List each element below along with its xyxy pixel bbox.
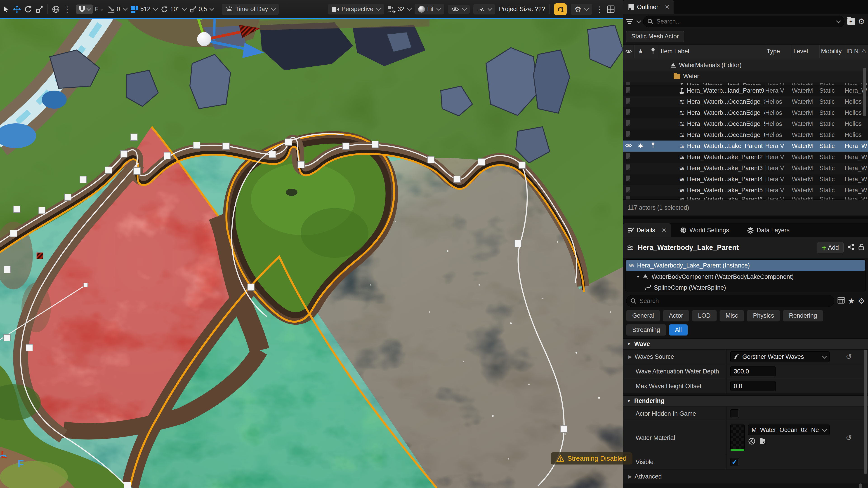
unlock-icon[interactable]: [859, 243, 864, 252]
column-type[interactable]: Type: [765, 45, 792, 58]
water-material-dropdown[interactable]: M_Water_Ocean_02_NewM: [748, 424, 830, 435]
outliner-row[interactable]: ≋Hera_Waterb...OceanEdge_3HeliosWaterMSt…: [623, 96, 868, 107]
outliner-row[interactable]: ≋Hera_Waterb...OceanEdge_5HeliosWaterMSt…: [623, 119, 868, 129]
browse-components-icon[interactable]: [847, 243, 855, 252]
time-of-day-button[interactable]: Time of Day: [222, 4, 279, 15]
material-thumbnail[interactable]: [730, 424, 745, 451]
tab-outliner[interactable]: Outliner ✕: [623, 0, 674, 14]
pin-icon[interactable]: [651, 142, 655, 149]
settings-button[interactable]: ⚙: [571, 4, 592, 15]
outliner-search-input[interactable]: [656, 18, 833, 25]
actor-hidden-checkbox[interactable]: [730, 410, 739, 418]
add-component-button[interactable]: +Add: [817, 242, 844, 253]
component-tree-scrollbar[interactable]: [859, 484, 862, 488]
outliner-row[interactable]: ≋Hera_Waterb...ake_Parent5Hera VWaterMSt…: [623, 185, 868, 196]
outliner-row[interactable]: ≋Hera_Waterb...ake_Parent3Hera VWaterMSt…: [623, 163, 868, 174]
component-row[interactable]: ≋Hera_Waterbody_Lake_Parent (Instance): [626, 260, 865, 271]
column-mobility[interactable]: Mobility: [819, 45, 845, 58]
gear-icon[interactable]: ⚙: [858, 17, 865, 26]
surface-snap-control[interactable]: 0: [107, 5, 127, 13]
close-icon[interactable]: ✕: [665, 4, 670, 11]
rotation-snap-control[interactable]: 10°: [161, 5, 186, 13]
display-filter-icon[interactable]: [837, 297, 845, 305]
gear-icon[interactable]: ⚙: [858, 296, 865, 305]
category-chip-lod[interactable]: LOD: [692, 310, 717, 322]
outliner-level-row[interactable]: WaterMaterials (Editor): [623, 60, 868, 71]
details-search-input[interactable]: [639, 297, 830, 305]
category-chip-misc[interactable]: Misc: [719, 310, 744, 322]
more-options-dots-icon[interactable]: ⋮: [594, 4, 604, 14]
outliner-row[interactable]: ≋Hera_Waterb...ake_Parent6Hera VWaterMSt…: [623, 196, 868, 199]
rotate-tool-button[interactable]: [23, 4, 33, 14]
outliner-row[interactable]: Hera_Waterb...land_ParentHera VWaterMSta…: [623, 82, 868, 85]
category-chip-physics[interactable]: Physics: [747, 310, 780, 322]
tool-options-dots-icon[interactable]: ⋮: [62, 4, 72, 14]
category-chip-streaming[interactable]: Streaming: [626, 324, 666, 336]
world-coordinate-icon[interactable]: [51, 4, 61, 14]
show-flags-button[interactable]: [448, 5, 470, 14]
outliner-row[interactable]: ≋Hera_Waterb...ake_Parent4Hera VWaterMSt…: [623, 174, 868, 185]
filter-icon[interactable]: [626, 19, 633, 24]
tangent-handle[interactable]: [84, 283, 88, 287]
level-viewport[interactable]: L F: [0, 18, 623, 488]
collapse-triangle-icon[interactable]: ▼: [636, 275, 640, 279]
outliner-row[interactable]: Hera_Waterb...land_Parent9Hera VWaterMSt…: [623, 85, 868, 96]
section-wave[interactable]: ▼Wave: [623, 338, 868, 350]
view-mode-button[interactable]: Lit: [414, 4, 444, 14]
tab-world-settings[interactable]: World Settings: [675, 223, 734, 237]
select-tool-button[interactable]: [0, 4, 11, 14]
snap-toggle-button[interactable]: [76, 4, 93, 14]
reset-to-default-icon[interactable]: ↺: [830, 352, 868, 361]
camera-mode-button[interactable]: Perspective: [328, 4, 384, 14]
max-wave-height-input[interactable]: 0,0: [730, 381, 776, 391]
column-level[interactable]: Level: [792, 45, 819, 58]
reset-to-default-icon[interactable]: ↺: [830, 433, 868, 442]
column-item-label[interactable]: Item Label: [659, 45, 765, 58]
details-scrollbar[interactable]: [864, 350, 867, 474]
chevron-down-icon[interactable]: [836, 19, 841, 23]
visible-checkbox[interactable]: [730, 458, 739, 466]
scale-tool-button[interactable]: [34, 4, 45, 14]
column-id-name[interactable]: ID Name⚠: [845, 45, 868, 58]
pin-column-icon[interactable]: [647, 45, 659, 58]
tab-data-layers[interactable]: Data Layers: [743, 223, 794, 237]
category-chip-rendering[interactable]: Rendering: [783, 310, 823, 322]
visibility-column-icon[interactable]: [623, 45, 634, 58]
outliner-search[interactable]: [643, 15, 844, 27]
tab-details[interactable]: Details ✕: [623, 223, 671, 237]
category-chip-actor[interactable]: Actor: [663, 310, 689, 322]
favorites-icon[interactable]: ★: [848, 296, 855, 305]
filter-chip-static-mesh-actor[interactable]: Static Mesh Actor: [626, 31, 684, 42]
outliner-row[interactable]: ≋Hera_Waterb...OceanEdge_6HeliosWaterMSt…: [623, 129, 868, 140]
surface-snap-offset-icon[interactable]: F⌄: [95, 6, 104, 13]
component-row[interactable]: SplineComp (WaterSpline): [625, 282, 866, 291]
browse-to-asset-icon[interactable]: [760, 438, 767, 446]
outliner-row[interactable]: ≋Hera_Waterb...OceanEdge_4HeliosWaterMSt…: [623, 107, 868, 119]
category-chip-all[interactable]: All: [669, 324, 688, 336]
add-folder-icon[interactable]: +: [847, 18, 855, 25]
scale-snap-control[interactable]: 0,5: [190, 6, 214, 13]
favorite-column-icon[interactable]: ★: [634, 45, 647, 58]
eye-icon[interactable]: [625, 143, 632, 148]
selected-spline-point[interactable]: [36, 252, 43, 259]
performance-button[interactable]: [473, 4, 495, 14]
close-icon[interactable]: ✕: [662, 227, 666, 234]
component-row[interactable]: ▼≈WaterBodyComponent (WaterBodyLakeCompo…: [625, 271, 866, 282]
wave-attenuation-input[interactable]: 300,0: [730, 366, 776, 377]
section-rendering[interactable]: ▼Rendering: [623, 395, 868, 406]
panel-splitter[interactable]: [623, 216, 868, 219]
outliner-row-selected[interactable]: ✱≋Hera_Waterb...Lake_ParentHera VWaterMS…: [623, 140, 868, 152]
move-tool-button[interactable]: [12, 4, 22, 14]
outliner-scrollbar[interactable]: [863, 68, 866, 116]
outliner-row[interactable]: ≋Hera_Waterb...ake_Parent2Hera VWaterMSt…: [623, 152, 868, 163]
outliner-folder-row[interactable]: Water: [623, 71, 868, 82]
layout-grid-icon[interactable]: [606, 4, 616, 14]
screen-percentage-control[interactable]: 32: [388, 5, 411, 13]
use-selected-asset-icon[interactable]: [748, 437, 755, 447]
category-chip-general[interactable]: General: [626, 310, 660, 322]
waves-source-dropdown[interactable]: Gerstner Water Waves: [730, 351, 830, 362]
star-icon[interactable]: ✱: [638, 142, 643, 150]
details-search[interactable]: [626, 295, 834, 307]
fast-iteration-button[interactable]: [554, 3, 567, 15]
advanced-expander-row[interactable]: ▶Advanced: [623, 469, 868, 484]
